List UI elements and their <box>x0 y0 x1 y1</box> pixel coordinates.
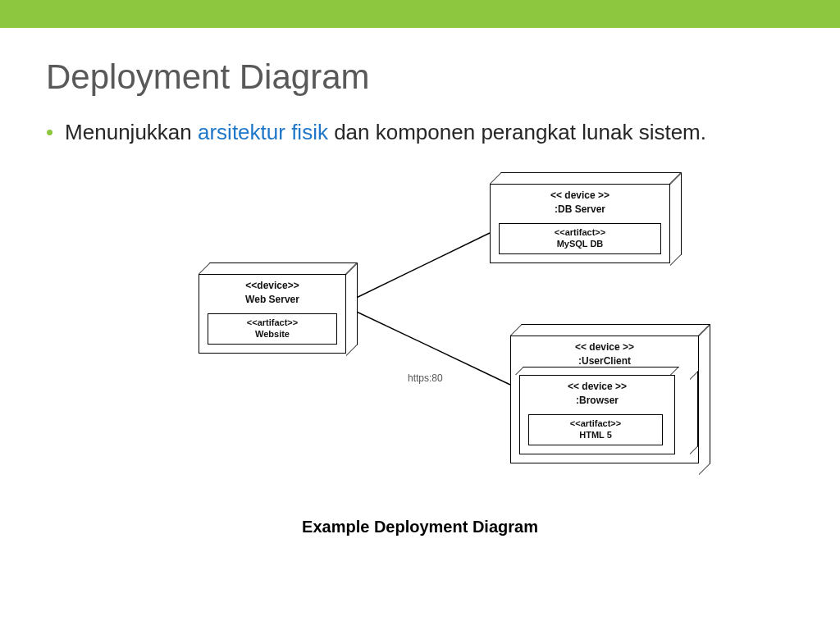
svg-line-0 <box>346 233 490 303</box>
page-title: Deployment Diagram <box>46 57 794 97</box>
bullet-suffix: dan komponen perangkat lunak sistem. <box>328 120 706 144</box>
db-server-artifact-stereotype: <<artifact>> <box>506 227 654 239</box>
browser-artifact-stereotype: <<artifact>> <box>536 418 655 430</box>
browser-name: :Browser <box>520 395 674 413</box>
node-web-server: <<device>> Web Server <<artifact>> Websi… <box>199 274 346 354</box>
web-server-name: Web Server <box>199 294 345 312</box>
db-server-artifact: <<artifact>> MySQL DB <box>499 223 661 254</box>
db-server-artifact-name: MySQL DB <box>506 239 654 249</box>
bullet-text: Menunjukkan arsitektur fisik dan kompone… <box>65 118 706 147</box>
diagram-caption: Example Deployment Diagram <box>46 518 794 536</box>
bullet-item: Menunjukkan arsitektur fisik dan kompone… <box>46 118 794 147</box>
web-server-artifact-stereotype: <<artifact>> <box>215 317 330 329</box>
web-server-artifact-name: Website <box>215 329 330 339</box>
node-browser: << device >> :Browser <<artifact>> HTML … <box>519 375 690 454</box>
browser-artifact: <<artifact>> HTML 5 <box>528 414 663 445</box>
user-client-stereotype: << device >> <box>511 336 698 355</box>
edge-label-https: https:80 <box>408 372 443 384</box>
browser-stereotype: << device >> <box>520 376 674 395</box>
node-user-client: << device >> :UserClient << device >> :B… <box>510 336 699 463</box>
web-server-stereotype: <<device>> <box>199 275 345 294</box>
db-server-stereotype: << device >> <box>491 185 669 203</box>
bullet-list: Menunjukkan arsitektur fisik dan kompone… <box>46 118 794 147</box>
bullet-prefix: Menunjukkan <box>65 120 198 144</box>
db-server-name: :DB Server <box>491 203 669 221</box>
bullet-highlight: arsitektur fisik <box>198 120 328 144</box>
web-server-artifact: <<artifact>> Website <box>208 313 337 345</box>
deployment-diagram: <<device>> Web Server <<artifact>> Websi… <box>84 163 756 508</box>
header-accent-bar <box>0 0 840 28</box>
browser-artifact-name: HTML 5 <box>536 430 655 440</box>
slide-body: Deployment Diagram Menunjukkan arsitektu… <box>0 28 840 545</box>
node-db-server: << device >> :DB Server <<artifact>> MyS… <box>490 184 670 263</box>
